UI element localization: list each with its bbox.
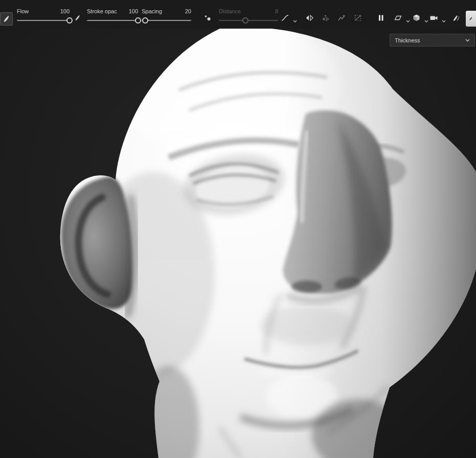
plane-primitive-icon xyxy=(394,14,402,22)
channel-dropdown[interactable]: Thickness xyxy=(390,34,475,47)
spray-brush-icon xyxy=(452,14,460,22)
distance-slider-group: Distance 8 xyxy=(219,8,278,25)
sculpting-app-window: Flow 100 Stroke opac 100 xyxy=(0,0,476,458)
chevron-down-icon xyxy=(293,20,297,23)
stroke-opacity-slider[interactable] xyxy=(87,16,138,25)
chevron-down-icon xyxy=(406,20,410,23)
cube-primitive-button[interactable] xyxy=(412,11,428,25)
spacing-dots-button[interactable] xyxy=(201,11,214,25)
backface-mask-icon xyxy=(354,14,362,22)
mirror-symmetry-button[interactable] xyxy=(303,11,316,25)
active-brush-button[interactable] xyxy=(466,11,476,27)
falloff-curve-button[interactable] xyxy=(281,11,297,25)
distance-slider-knob xyxy=(242,17,248,24)
spray-brush-button[interactable] xyxy=(450,11,462,25)
spacing-slider-knob[interactable] xyxy=(142,17,148,24)
radial-symmetry-button[interactable] xyxy=(319,11,332,25)
brush-small-icon xyxy=(74,14,81,21)
distance-slider xyxy=(219,16,278,25)
stroke-opacity-slider-track[interactable] xyxy=(87,20,138,21)
stroke-opacity-label: Stroke opac xyxy=(87,8,117,14)
lazy-stroke-icon xyxy=(337,14,346,22)
stroke-opacity-slider-knob[interactable] xyxy=(135,17,141,24)
lazy-stroke-button[interactable] xyxy=(335,11,348,25)
pause-button[interactable] xyxy=(374,11,388,25)
active-brush-icon xyxy=(469,15,473,22)
flow-slider-group: Flow 100 xyxy=(17,8,70,25)
stroke-brush-button[interactable] xyxy=(72,11,83,25)
flow-value: 100 xyxy=(60,8,70,14)
spacing-slider-group: Spacing 20 xyxy=(142,8,191,25)
spacing-slider-track[interactable] xyxy=(142,20,191,21)
pause-icon xyxy=(377,14,384,21)
spacing-label: Spacing xyxy=(142,8,162,14)
chevron-down-icon xyxy=(465,39,470,42)
plane-primitive-button[interactable] xyxy=(394,11,410,25)
stroke-opacity-value: 100 xyxy=(129,8,138,14)
chevron-down-icon xyxy=(424,20,428,23)
falloff-curve-icon xyxy=(281,14,289,22)
sculpt-head-model[interactable] xyxy=(0,29,476,458)
spacing-slider[interactable] xyxy=(142,16,191,25)
flow-slider-track[interactable] xyxy=(17,20,70,21)
flow-slider[interactable] xyxy=(17,16,70,25)
top-toolbar: Flow 100 Stroke opac 100 xyxy=(0,0,476,29)
spacing-dots-icon xyxy=(203,14,212,22)
spacing-value: 20 xyxy=(185,8,191,14)
backface-mask-button[interactable] xyxy=(351,11,365,25)
camera-icon xyxy=(429,14,438,22)
radial-symmetry-icon xyxy=(321,14,330,22)
brush-icon xyxy=(3,15,11,23)
3d-viewport[interactable]: Thickness xyxy=(0,29,476,458)
flow-label: Flow xyxy=(17,8,29,14)
distance-value: 8 xyxy=(275,8,278,14)
mirror-symmetry-icon xyxy=(305,14,314,22)
camera-button[interactable] xyxy=(429,11,446,25)
distance-label: Distance xyxy=(219,8,241,14)
stroke-opacity-slider-group: Stroke opac 100 xyxy=(87,8,138,25)
channel-dropdown-value: Thickness xyxy=(395,37,420,43)
cube-primitive-icon xyxy=(412,14,421,22)
chevron-down-icon xyxy=(442,20,446,23)
brush-tool-button[interactable] xyxy=(0,12,13,26)
